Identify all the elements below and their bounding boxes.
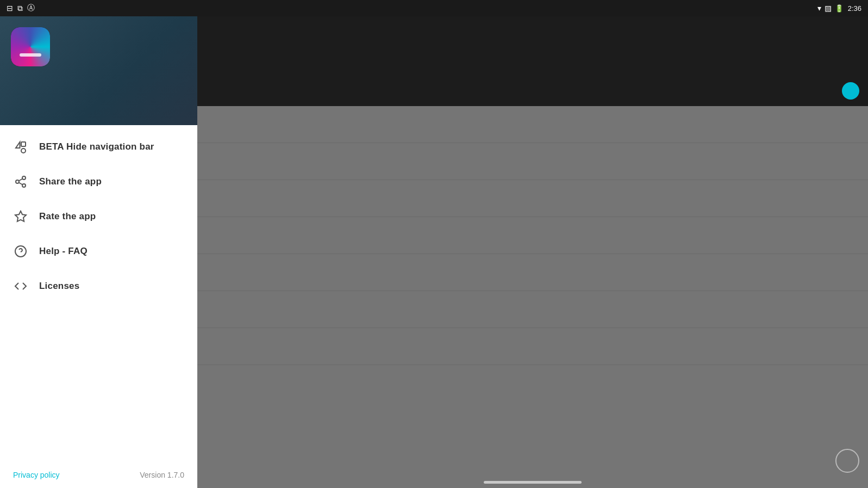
svg-point-4 <box>22 184 26 187</box>
status-time: 2:36 <box>848 4 861 13</box>
fab-circle-button[interactable] <box>835 449 859 473</box>
content-stripe-4 <box>197 217 868 254</box>
content-stripe-1 <box>197 106 868 143</box>
star-icon <box>13 209 28 224</box>
content-stripe-3 <box>197 180 868 217</box>
menu-item-licenses[interactable]: Licenses <box>0 269 197 304</box>
content-stripe-6 <box>197 291 868 328</box>
wifi-icon: ▾ <box>817 4 821 13</box>
content-stripe-7 <box>197 328 868 365</box>
clipboard-icon: ⧉ <box>17 4 23 13</box>
app-icon <box>11 27 50 66</box>
menu-item-beta-hide-nav[interactable]: BETA Hide navigation bar <box>0 129 197 164</box>
menu-label-licenses: Licenses <box>39 281 79 292</box>
svg-point-3 <box>16 180 19 183</box>
signal-icon: ▨ <box>825 4 832 13</box>
content-stripe-5 <box>197 254 868 291</box>
drawer-footer: Privacy policy Version 1.7.0 <box>0 462 197 488</box>
svg-marker-7 <box>15 211 26 221</box>
content-stripe-2 <box>197 143 868 180</box>
code-icon <box>13 279 28 294</box>
navigation-drawer: BETA Hide navigation bar Share the app <box>0 16 197 488</box>
status-bar-left-icons: ⊟ ⧉ Ⓐ <box>7 3 35 13</box>
menu-label-rate-app: Rate the app <box>39 211 96 222</box>
version-text: Version 1.7.0 <box>140 471 184 479</box>
share-icon <box>13 174 28 189</box>
menu-item-rate-app[interactable]: Rate the app <box>0 199 197 234</box>
window-icon: ⊟ <box>7 4 13 13</box>
svg-point-2 <box>22 176 26 180</box>
keyboard-icon: Ⓐ <box>27 3 35 13</box>
svg-line-5 <box>19 183 23 185</box>
main-body <box>197 106 868 365</box>
app-icon-bar <box>20 53 41 57</box>
privacy-policy-link[interactable]: Privacy policy <box>13 471 60 479</box>
drawer-menu: BETA Hide navigation bar Share the app <box>0 125 197 462</box>
menu-label-beta-hide-nav: BETA Hide navigation bar <box>39 141 154 152</box>
menu-label-share-app: Share the app <box>39 176 102 187</box>
battery-icon: 🔋 <box>835 4 844 13</box>
menu-label-help-faq: Help - FAQ <box>39 246 88 257</box>
app-icon-gradient <box>11 27 50 66</box>
help-icon <box>13 244 28 259</box>
drawer-header <box>0 16 197 125</box>
teal-dot[interactable] <box>842 82 859 100</box>
shapes-icon <box>13 139 28 155</box>
status-bar: ⊟ ⧉ Ⓐ ▾ ▨ 🔋 2:36 <box>0 0 868 16</box>
main-header <box>197 16 868 106</box>
menu-item-share-app[interactable]: Share the app <box>0 164 197 199</box>
main-content <box>197 16 868 488</box>
menu-item-help-faq[interactable]: Help - FAQ <box>0 234 197 269</box>
svg-line-6 <box>19 179 23 181</box>
svg-rect-0 <box>21 142 26 146</box>
svg-point-1 <box>21 149 26 153</box>
status-bar-right-icons: ▾ ▨ 🔋 2:36 <box>817 4 861 13</box>
home-indicator <box>484 481 582 484</box>
